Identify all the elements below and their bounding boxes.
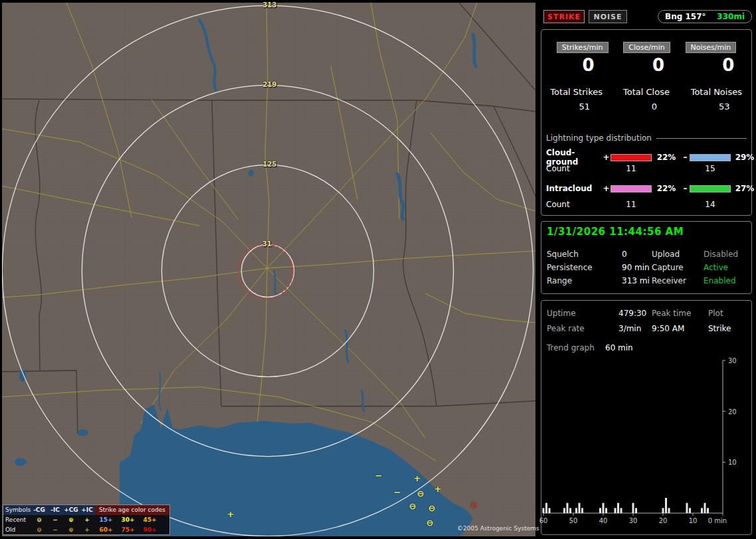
plus-icon: + [79,524,95,534]
status-panel: 1/31/2026 11:44:56 AM Squelch 0 Upload D… [541,221,752,294]
y-tick-label: 20 [728,408,737,416]
trend-bar [605,508,607,513]
trend-bar [662,508,664,513]
datetime-display: 1/31/2026 11:44:56 AM [547,226,684,238]
trend-bar [686,503,688,513]
ic-plus-bar [611,185,652,193]
close-per-min-button[interactable]: Close/min [623,42,670,53]
age-60: 60+ [95,524,117,534]
intracloud-row: Intracloud + 22% – 27% [546,184,748,193]
legend-old-row: Old ⊖ − ⊕ + 60+ 75+ 90+ [3,524,169,534]
strikes-per-min-button[interactable]: Strikes/min [557,42,609,53]
bearing-label: Bng 157° [665,12,706,21]
cg-plus-bar [611,154,652,161]
x-tick-label: 0 min [708,517,727,524]
peak-time-label: Peak time [652,309,708,318]
totals-row: Total Strikes 51 Total Close 0 Total Noi… [541,87,751,112]
distribution-title: Lightning type distribution [546,133,747,143]
legend-col-pos-cg: +CG [63,505,79,515]
total-strikes-label: Total Strikes [550,87,603,97]
strikes-per-min-value: 0 [553,55,623,75]
copyright-text: ©2005 Astrogenic Systems [457,525,539,532]
trend-bar [704,503,706,513]
intracloud-label: Intracloud [546,184,602,193]
status-row: Squelch 0 Upload Disabled [547,250,747,259]
trend-bar [569,508,571,513]
total-noises-label: Total Noises [691,87,742,97]
range-label: Range [547,276,622,285]
age-30: 30+ [117,515,139,525]
y-tick-label: 30 [728,357,737,364]
count-label: Count [546,164,602,173]
status-row: Range 313 mi Receiver Enabled [547,276,747,285]
trend-bar [635,508,637,513]
ic-minus-count: 14 [690,200,731,209]
x-tick-label: 60 [539,517,547,524]
cg-minus-count: 15 [690,164,731,173]
range-ring-label-219: 219 [263,81,277,88]
noise-toggle-button[interactable]: NOISE [589,10,627,23]
map-legend: Symbols -CG -IC +CG +IC Strike age color… [3,504,170,535]
trend-bar [632,503,634,513]
x-tick-label: 20 [659,517,668,524]
total-close-label: Total Close [623,87,670,97]
total-close-value: 0 [619,102,689,112]
trend-bar [603,503,605,513]
persistence-value: 90 min [622,263,652,272]
minus-sign: – [681,153,690,162]
cloud-ground-count-row: Count 11 15 [546,164,748,173]
x-tick-label: 50 [569,517,578,524]
count-label: Count [546,200,602,209]
legend-col-pos-ic: +IC [79,505,95,515]
circle-minus-icon: ⊖ [31,515,47,525]
receiver-label: Receiver [652,276,704,285]
stats-row: Uptime 479:30 Peak time Plot [547,309,747,318]
strike-toggle-button[interactable]: STRIKE [543,10,585,23]
trend-bar [620,508,622,513]
trend-bar [545,503,547,513]
range-value: 313 mi [622,276,652,285]
trend-bar [668,508,670,513]
bearing-readout: Bng 157° 330mi [658,10,752,23]
minus-sign: – [681,184,690,193]
squelch-label: Squelch [547,250,622,259]
upload-label: Upload [652,250,704,259]
age-75: 75+ [117,524,139,534]
uptime-label: Uptime [547,309,618,318]
age-15: 15+ [95,515,117,525]
legend-recent-row: Recent ⊖ − ⊕ + 15+ 30+ 45+ [3,515,169,525]
trend-bar [543,508,545,513]
trend-bar [614,508,616,513]
trend-bar [567,503,569,513]
stats-row: Peak rate 3/min 9:50 AM Strike [547,324,747,333]
legend-col-neg-ic: -IC [47,505,63,515]
plot-value: Strike [708,324,747,333]
peak-rate-label: Peak rate [547,324,618,333]
plot-label: Plot [708,309,747,318]
trend-bar [575,508,577,513]
minus-icon: − [47,524,63,534]
intracloud-count-row: Count 11 14 [546,200,748,209]
close-per-min-value: 0 [623,55,693,75]
trend-bar [599,508,601,513]
trend-bar [617,503,619,513]
cg-minus-bar [690,154,731,161]
cg-plus-pct: 22% [652,153,681,162]
rate-values-row: 0 0 0 [541,55,751,75]
range-ring-label-125: 125 [263,161,277,168]
peak-rate-value: 3/min [618,324,652,333]
ic-minus-pct: 27% [731,184,756,193]
plus-sign: + [602,184,611,193]
plus-icon: + [79,515,95,525]
receiver-status: Enabled [704,276,747,285]
minus-icon: − [47,515,63,525]
status-row: Persistence 90 min Capture Active [547,263,747,272]
upload-status: Disabled [704,250,747,259]
noises-per-min-button[interactable]: Noises/min [686,42,737,53]
range-ring-label-31: 31 [262,240,272,248]
cg-plus-count: 11 [611,164,652,173]
ic-plus-pct: 22% [652,184,681,193]
legend-header-row: Symbols -CG -IC +CG +IC Strike age color… [3,505,169,515]
trend-bar [665,498,667,513]
trend-bar [689,508,691,513]
